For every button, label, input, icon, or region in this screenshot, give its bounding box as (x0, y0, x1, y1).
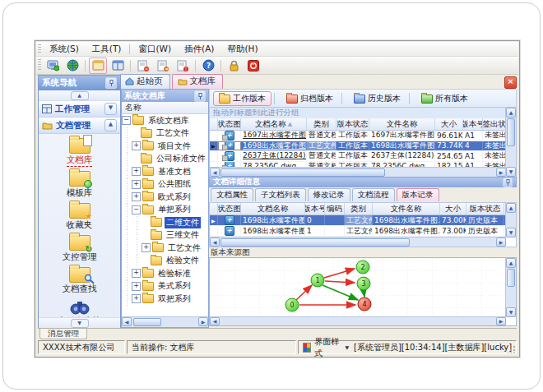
menu-window[interactable]: 窗口(W) (132, 43, 178, 56)
tree-item-selected[interactable]: 二维文件 (122, 216, 208, 229)
graph-vertical-scrollbar[interactable]: ▲ ▼ (505, 258, 516, 317)
collapse-icon[interactable]: − (132, 205, 141, 214)
col-doc-name[interactable]: 文档名称 (241, 203, 305, 214)
doc-name-link[interactable]: 1698出水嘴零件图.dwg (241, 141, 307, 151)
graph-node-1[interactable]: 1 (311, 274, 324, 287)
doc-name-link[interactable]: 1697出水嘴零件图.dwg (241, 131, 307, 141)
scroll-right-icon[interactable]: ▶ (496, 238, 506, 247)
monitor-button[interactable] (44, 58, 62, 74)
pin-icon[interactable] (194, 90, 206, 102)
sidebar-item-favorites[interactable]: ★ 收藏夹 (67, 203, 93, 231)
doc-export-button[interactable] (154, 58, 172, 74)
grid-horizontal-scrollbar[interactable]: ◀ ▶ (210, 237, 506, 247)
graph-node-2[interactable]: 2 (356, 261, 369, 274)
col-checkout-state[interactable]: 签出状态 (483, 118, 506, 130)
col-category[interactable]: 类别 (307, 118, 336, 130)
sidebar-scroll-down[interactable]: ▼ (39, 317, 120, 328)
graph-node-4-current[interactable]: 4 (358, 297, 371, 311)
scroll-left-icon[interactable]: ◀ (210, 238, 220, 247)
scroll-down-icon[interactable]: ▼ (506, 307, 516, 317)
document-row[interactable]: + 1697出水嘴零件图.dwg 普通文档 工作版本 1697出水嘴零件图.dw… (210, 131, 506, 141)
history-version-button[interactable]: 历史版本 (348, 91, 406, 106)
tree-item[interactable]: +双把系列 (122, 293, 208, 306)
expand-icon[interactable]: + (142, 243, 151, 252)
col-file-name[interactable]: 文件名称 (373, 203, 440, 214)
pin-icon[interactable] (105, 77, 117, 89)
col-size[interactable]: 大小 (440, 203, 466, 214)
ui-style-selector[interactable]: 界面样式 (314, 336, 341, 359)
document-row[interactable]: + 2637主体(12284).dwg 普通文档 工作版本 2637主体(122… (210, 151, 506, 162)
tab-doc-flow[interactable]: 文档流程 (352, 188, 395, 201)
col-status[interactable]: 状态图 (218, 203, 241, 214)
expand-icon[interactable]: + (132, 294, 141, 303)
col-file-name[interactable]: 文件名称 (369, 118, 435, 130)
archive-version-button[interactable]: 归档版本 (281, 91, 339, 106)
sidebar-item-doc-search[interactable]: 文档查找 (63, 267, 97, 295)
sidebar-scroll-up[interactable]: ▲ (39, 90, 120, 101)
resize-grip[interactable] (508, 345, 516, 353)
tree-item[interactable]: +基准文档 (122, 165, 208, 178)
menu-system[interactable]: 系统(S) (43, 43, 86, 56)
chevron-down-icon[interactable]: ▼ (104, 103, 117, 115)
sidebar-item-doc-control[interactable]: ↻ 文控管理 (63, 235, 97, 263)
sidebar-item-template-library[interactable]: 模板库 (67, 171, 93, 199)
tab-message-manage[interactable]: 消息管理 (39, 329, 87, 339)
document-row-selected[interactable]: + 1698出水嘴零件图.dwg 工艺文件 工作版本 1698出水嘴零件图.dw… (210, 141, 506, 152)
col-version-state[interactable]: 版本状态 (466, 203, 504, 214)
version-row[interactable]: + 1698出水嘴零件图.dwg 1 工艺文件 1698出水嘴零件图.dwg 7… (210, 226, 506, 237)
tree-item[interactable]: 检验文件 (122, 255, 208, 268)
all-version-button[interactable]: 所有版本 (415, 91, 474, 106)
tab-doc-properties[interactable]: 文档属性 (211, 188, 253, 201)
tree-item[interactable]: 工艺文件 (122, 127, 208, 141)
tree-item[interactable]: +工艺文件 (122, 242, 208, 255)
work-version-button[interactable]: 工作版本 (213, 91, 272, 106)
scroll-left-icon[interactable]: ◀ (210, 168, 220, 177)
tree-item[interactable]: 三维文件 (122, 229, 208, 242)
col-category[interactable]: 类别 (345, 203, 373, 214)
graph-node-0[interactable]: 0 (285, 298, 299, 311)
version-row-selected[interactable]: + 1698出水嘴零件图.dwg 0 工艺文件 1698出水嘴零件图.dwg 7… (210, 215, 506, 226)
grid-vertical-scrollbar[interactable]: ▲ ▼ (505, 108, 516, 177)
expand-icon[interactable]: + (132, 269, 141, 278)
tree-column-header[interactable]: 名称 (122, 102, 208, 114)
expand-icon[interactable]: + (132, 192, 141, 201)
grid-vertical-scrollbar[interactable]: ▲ ▼ (505, 203, 516, 238)
tab-version-records[interactable]: 版本记录 (397, 188, 439, 201)
grid-horizontal-scrollbar[interactable]: ◀ ▶ (210, 167, 506, 177)
tree-item[interactable]: +公共图纸 (122, 178, 208, 191)
tab-subdoc-list[interactable]: 子文档列表 (255, 188, 306, 201)
tab-start-page[interactable]: 起始页 (119, 74, 170, 89)
tree-item[interactable]: +项目文件 (122, 140, 208, 153)
doc-alert-button[interactable]: ! (174, 58, 192, 74)
doc-name-link[interactable]: 2637主体(12284).dwg (241, 151, 307, 161)
sidebar-item-folder-search[interactable]: 文件夹查找 (58, 299, 101, 317)
sidebar-group-work[interactable]: 工作管理 ▼ (39, 101, 120, 118)
scroll-down-icon[interactable]: ▼ (506, 228, 516, 238)
tree-item[interactable]: +美式系列 (122, 280, 208, 293)
expand-icon[interactable]: + (132, 167, 141, 176)
tree-item[interactable]: +检验标准 (122, 267, 208, 280)
col-code[interactable]: 编码 (325, 203, 345, 214)
scroll-down-icon[interactable]: ▼ (506, 167, 516, 177)
doc-library-window-button[interactable] (89, 58, 107, 74)
close-icon[interactable]: × (504, 76, 517, 89)
tree-item[interactable]: −单把系列 (122, 204, 208, 217)
chevron-up-icon[interactable]: ▲ (104, 119, 117, 131)
chevron-down-icon[interactable]: ▼ (345, 344, 349, 350)
tab-modify-records[interactable]: 修改记录 (308, 188, 350, 201)
scroll-up-icon[interactable]: ▲ (506, 258, 516, 268)
tab-doc-library[interactable]: 文档库 (172, 74, 224, 89)
exit-button[interactable] (244, 58, 262, 74)
graph-node-3[interactable]: 3 (357, 277, 370, 290)
expand-icon[interactable]: + (132, 141, 141, 150)
graph-horizontal-scrollbar[interactable]: ◀ ▶ (210, 316, 506, 325)
scroll-up-icon[interactable]: ▲ (506, 108, 516, 118)
sidebar-item-doc-library[interactable]: 文档库 (67, 138, 93, 167)
col-doc-name[interactable]: 文档名称▲ (241, 118, 307, 130)
doc-import-button[interactable] (134, 58, 152, 74)
menu-help[interactable]: 帮助(H) (220, 43, 264, 56)
scroll-left-icon[interactable]: ◀ (210, 317, 220, 325)
col-status[interactable]: 状态图 (218, 118, 241, 130)
version-graph-canvas[interactable]: 0 1 2 3 4 (210, 258, 508, 319)
menu-tools[interactable]: 工具(T) (86, 43, 128, 56)
